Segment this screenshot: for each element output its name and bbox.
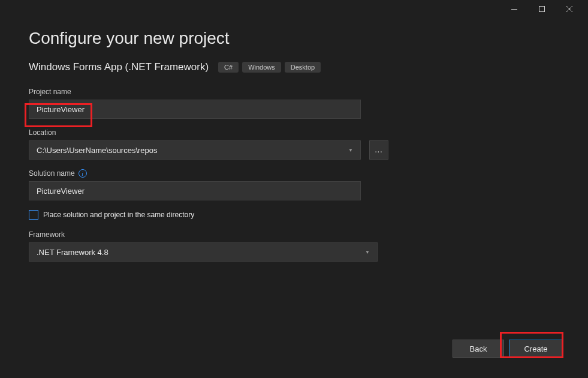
location-value: C:\Users\UserName\sources\repos bbox=[37, 146, 158, 155]
chevron-down-icon: ▼ bbox=[365, 250, 370, 255]
tag-windows: Windows bbox=[242, 62, 281, 73]
framework-dropdown[interactable]: .NET Framework 4.8 ▼ bbox=[29, 242, 378, 262]
footer: Back Create bbox=[453, 340, 563, 358]
chevron-down-icon: ▼ bbox=[348, 148, 353, 153]
framework-group: Framework .NET Framework 4.8 ▼ bbox=[29, 230, 559, 262]
framework-label: Framework bbox=[29, 230, 559, 239]
same-directory-row: Place solution and project in the same d… bbox=[29, 210, 559, 220]
content-area: Configure your new project Windows Forms… bbox=[0, 18, 588, 262]
minimize-button[interactable] bbox=[500, 0, 528, 18]
browse-button[interactable]: ... bbox=[369, 140, 388, 160]
project-name-input[interactable] bbox=[29, 100, 361, 119]
maximize-button[interactable] bbox=[528, 0, 556, 18]
titlebar bbox=[0, 0, 588, 18]
svg-rect-1 bbox=[539, 7, 545, 12]
location-dropdown[interactable]: C:\Users\UserName\sources\repos ▼ bbox=[29, 140, 361, 160]
maximize-icon bbox=[539, 6, 545, 12]
close-button[interactable] bbox=[556, 0, 583, 18]
framework-value: .NET Framework 4.8 bbox=[37, 248, 108, 257]
template-row: Windows Forms App (.NET Framework) C# Wi… bbox=[29, 61, 559, 73]
info-icon[interactable]: i bbox=[79, 169, 87, 178]
solution-name-input[interactable] bbox=[29, 181, 361, 200]
same-directory-label: Place solution and project in the same d… bbox=[43, 211, 194, 219]
page-title: Configure your new project bbox=[29, 29, 559, 48]
template-name: Windows Forms App (.NET Framework) bbox=[29, 61, 209, 73]
location-label: Location bbox=[29, 128, 559, 137]
template-tags: C# Windows Desktop bbox=[218, 62, 321, 73]
tag-desktop: Desktop bbox=[285, 62, 321, 73]
svg-rect-0 bbox=[511, 9, 517, 10]
create-button[interactable]: Create bbox=[509, 340, 563, 358]
close-icon bbox=[566, 6, 572, 12]
back-button[interactable]: Back bbox=[453, 340, 504, 358]
project-name-label: Project name bbox=[29, 88, 559, 96]
solution-name-group: Solution name i bbox=[29, 169, 559, 200]
minimize-icon bbox=[511, 9, 517, 10]
project-name-group: Project name bbox=[29, 88, 559, 119]
tag-csharp: C# bbox=[218, 62, 239, 73]
same-directory-checkbox[interactable] bbox=[29, 210, 38, 220]
location-group: Location C:\Users\UserName\sources\repos… bbox=[29, 128, 559, 160]
solution-name-label: Solution name i bbox=[29, 169, 559, 178]
